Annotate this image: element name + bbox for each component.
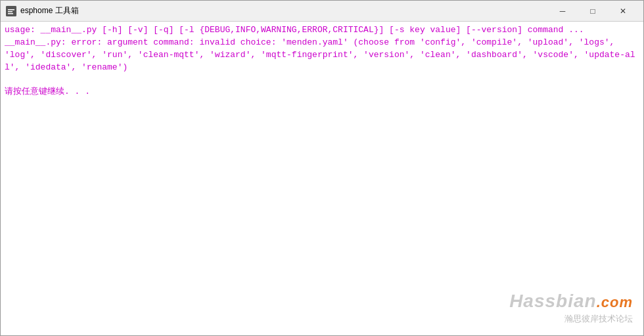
watermark-brand-text: Hassbian <box>509 291 597 311</box>
watermark: Hassbian.com 瀚思彼岸技术论坛 <box>509 291 633 325</box>
maximize-button[interactable]: □ <box>578 1 608 22</box>
terminal-line-3: 'log', 'discover', 'run', 'clean-mqtt', … <box>5 50 635 72</box>
watermark-com: .com <box>597 294 633 310</box>
svg-rect-3 <box>8 13 13 14</box>
watermark-sub: 瀚思彼岸技术论坛 <box>509 313 633 325</box>
terminal-output: usage: __main__.py [-h] [-v] [-q] [-l {D… <box>5 24 639 98</box>
minimize-button[interactable]: ─ <box>547 1 578 22</box>
titlebar: esphome 工具箱 ─ □ ✕ <box>1 1 643 22</box>
close-button[interactable]: ✕ <box>608 1 638 22</box>
terminal-line-5: 请按任意键继续. . . <box>5 87 90 96</box>
terminal-line-1: usage: __main__.py [-h] [-v] [-q] [-l {D… <box>5 25 584 35</box>
watermark-brand: Hassbian.com <box>509 291 633 312</box>
window-icon <box>6 6 16 16</box>
window-controls: ─ □ ✕ <box>547 1 638 22</box>
terminal-body: usage: __main__.py [-h] [-v] [-q] [-l {D… <box>1 22 643 335</box>
svg-rect-1 <box>8 9 14 10</box>
terminal-line-2: __main__.py: error: argument command: in… <box>5 37 614 47</box>
main-window: esphome 工具箱 ─ □ ✕ usage: __main__.py [-h… <box>0 0 644 336</box>
window-title: esphome 工具箱 <box>20 5 547 16</box>
svg-rect-2 <box>8 11 12 12</box>
